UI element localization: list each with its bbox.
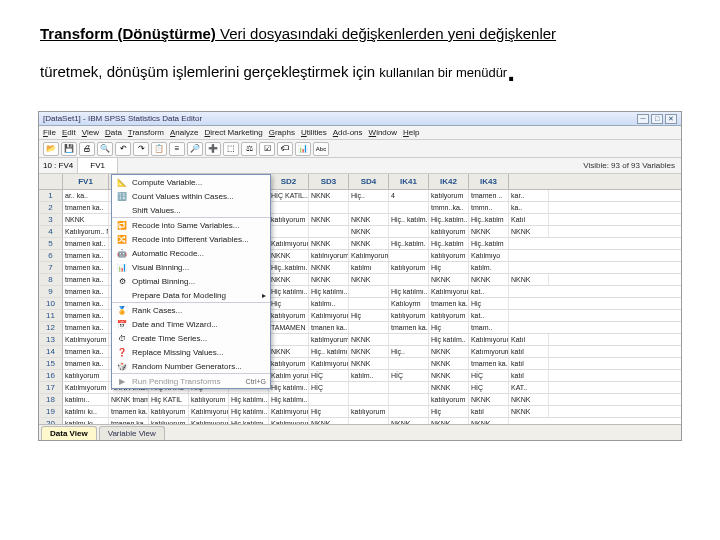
close-button[interactable]: ✕ bbox=[665, 114, 677, 124]
undo-icon[interactable]: ↶ bbox=[115, 142, 131, 156]
spss-window: [DataSet1] - IBM SPSS Statistics Data Ed… bbox=[38, 111, 682, 441]
table-row[interactable]: 18katılmı..NKNK tmamen ka..Hiç KATILkatı… bbox=[39, 394, 681, 406]
menu-view[interactable]: View bbox=[82, 128, 99, 137]
menu-item[interactable]: 📊Visual Binning... bbox=[112, 260, 270, 274]
labels-icon[interactable]: 🏷 bbox=[277, 142, 293, 156]
menu-icon: 🏅 bbox=[116, 305, 128, 315]
menu-item[interactable]: ⚙Optimal Binning... bbox=[112, 274, 270, 288]
visible-vars: Visible: 93 of 93 Variables bbox=[577, 161, 681, 170]
menu-add-ons[interactable]: Add-ons bbox=[333, 128, 363, 137]
menu-item[interactable]: 🔁Recode into Same Variables... bbox=[112, 218, 270, 232]
menu-item[interactable]: 📅Date and Time Wizard... bbox=[112, 317, 270, 331]
menu-icon: ❓ bbox=[116, 347, 128, 357]
table-row[interactable]: 20katılmı kı..tmanen ka.. katılıyorumkat… bbox=[39, 418, 681, 424]
menu-icon: 🤖 bbox=[116, 248, 128, 258]
menu-icon: 🔁 bbox=[116, 220, 128, 230]
insert-icon[interactable]: ➕ bbox=[205, 142, 221, 156]
menu-utilities[interactable]: Utilities bbox=[301, 128, 327, 137]
menu-item[interactable]: Shift Values... bbox=[112, 203, 270, 217]
tab-data-view[interactable]: Data View bbox=[41, 426, 97, 440]
menu-window[interactable]: Window bbox=[369, 128, 397, 137]
col-header[interactable]: FV1 bbox=[63, 174, 109, 189]
menu-icon: ▶ bbox=[116, 376, 128, 386]
view-tabs: Data View Variable View bbox=[39, 424, 681, 440]
menu-graphs[interactable]: Graphs bbox=[269, 128, 295, 137]
menu-item[interactable]: 🔀Recode into Different Variables... bbox=[112, 232, 270, 246]
menu-icon: 🎲 bbox=[116, 361, 128, 371]
window-title: [DataSet1] - IBM SPSS Statistics Data Ed… bbox=[43, 114, 635, 123]
goto-value[interactable]: FV1 bbox=[77, 158, 118, 173]
menu-edit[interactable]: Edit bbox=[62, 128, 76, 137]
menu-icon: 📐 bbox=[116, 177, 128, 187]
col-header[interactable]: IK41 bbox=[389, 174, 429, 189]
minimize-button[interactable]: ─ bbox=[637, 114, 649, 124]
menu-help[interactable]: Help bbox=[403, 128, 419, 137]
menu-item[interactable]: Prepare Data for Modeling▸ bbox=[112, 288, 270, 302]
find-icon[interactable]: 🔎 bbox=[187, 142, 203, 156]
split-icon[interactable]: ⬚ bbox=[223, 142, 239, 156]
col-header[interactable]: SD2 bbox=[269, 174, 309, 189]
menu-item[interactable]: ⏱Create Time Series... bbox=[112, 331, 270, 345]
goto-label: 10 : FV4 bbox=[39, 161, 77, 170]
recall-icon[interactable]: 🔍 bbox=[97, 142, 113, 156]
abc-icon[interactable]: Abc bbox=[313, 142, 329, 156]
tab-variable-view[interactable]: Variable View bbox=[99, 426, 165, 440]
open-icon[interactable]: 📂 bbox=[43, 142, 59, 156]
menubar: FileEditViewDataTransformAnalyzeDirect M… bbox=[39, 126, 681, 140]
menu-icon: 🔀 bbox=[116, 234, 128, 244]
goto-icon[interactable]: 📋 bbox=[151, 142, 167, 156]
vars-icon[interactable]: ≡ bbox=[169, 142, 185, 156]
print-icon[interactable]: 🖨 bbox=[79, 142, 95, 156]
col-header[interactable]: SD4 bbox=[349, 174, 389, 189]
menu-item[interactable]: 🎲Random Number Generators... bbox=[112, 359, 270, 373]
caption-text: Transform (Dönüştürme) Veri dosyasındaki… bbox=[0, 0, 720, 111]
menu-data[interactable]: Data bbox=[105, 128, 122, 137]
menu-transform[interactable]: Transform bbox=[128, 128, 164, 137]
menu-icon bbox=[116, 290, 128, 300]
sets-icon[interactable]: 📊 bbox=[295, 142, 311, 156]
menu-analyze[interactable]: Analyze bbox=[170, 128, 198, 137]
menu-icon: 📊 bbox=[116, 262, 128, 272]
select-icon[interactable]: ☑ bbox=[259, 142, 275, 156]
menu-file[interactable]: File bbox=[43, 128, 56, 137]
menu-icon: 🔢 bbox=[116, 191, 128, 201]
cell-editor: 10 : FV4 FV1 Visible: 93 of 93 Variables bbox=[39, 158, 681, 174]
toolbar: 📂 💾 🖨 🔍 ↶ ↷ 📋 ≡ 🔎 ➕ ⬚ ⚖ ☑ 🏷 📊 Abc bbox=[39, 140, 681, 158]
menu-item[interactable]: ❓Replace Missing Values... bbox=[112, 345, 270, 359]
menu-icon bbox=[116, 205, 128, 215]
menu-icon: ⏱ bbox=[116, 333, 128, 343]
menu-item[interactable]: 🤖Automatic Recode... bbox=[112, 246, 270, 260]
titlebar: [DataSet1] - IBM SPSS Statistics Data Ed… bbox=[39, 112, 681, 126]
transform-menu: 📐Compute Variable...🔢Count Values within… bbox=[111, 174, 271, 389]
col-header[interactable]: SD3 bbox=[309, 174, 349, 189]
table-row[interactable]: 19katılmı kı..tmamen ka.. tmanen ka..kat… bbox=[39, 406, 681, 418]
menu-icon: ⚙ bbox=[116, 276, 128, 286]
col-header[interactable]: IK43 bbox=[469, 174, 509, 189]
menu-item[interactable]: 🔢Count Values within Cases... bbox=[112, 189, 270, 203]
menu-icon: 📅 bbox=[116, 319, 128, 329]
menu-item[interactable]: 📐Compute Variable... bbox=[112, 175, 270, 189]
save-icon[interactable]: 💾 bbox=[61, 142, 77, 156]
menu-direct marketing[interactable]: Direct Marketing bbox=[204, 128, 262, 137]
col-header[interactable]: IK42 bbox=[429, 174, 469, 189]
weight-icon[interactable]: ⚖ bbox=[241, 142, 257, 156]
redo-icon[interactable]: ↷ bbox=[133, 142, 149, 156]
menu-item[interactable]: 🏅Rank Cases... bbox=[112, 303, 270, 317]
menu-item: ▶Run Pending TransformsCtrl+G bbox=[112, 374, 270, 388]
maximize-button[interactable]: □ bbox=[651, 114, 663, 124]
